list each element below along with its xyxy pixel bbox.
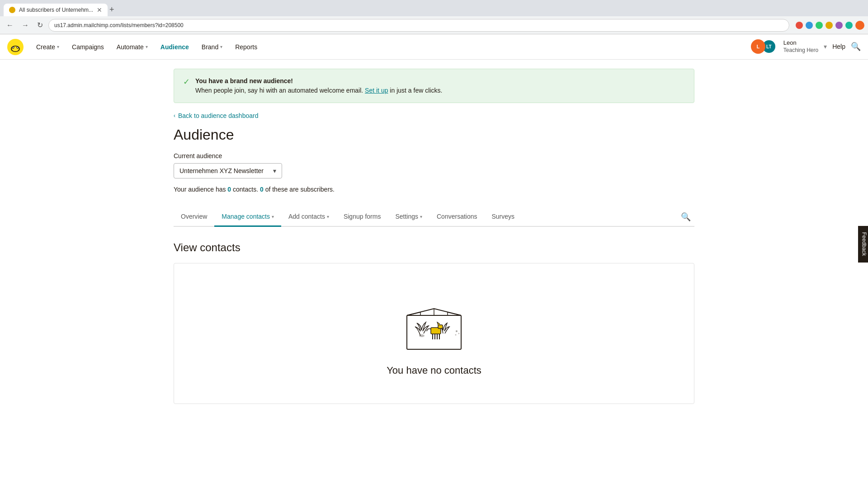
back-chevron-icon: ‹ — [174, 113, 175, 119]
new-tab-button[interactable]: + — [108, 3, 116, 16]
nav-item-campaigns[interactable]: Campaigns — [66, 40, 109, 54]
current-audience-label: Current audience — [174, 152, 694, 160]
feedback-tab[interactable]: Feedback — [859, 226, 868, 263]
create-chevron-icon: ▾ — [57, 44, 59, 49]
browser-chrome: All subscribers of Unternehm... ✕ + — [0, 0, 868, 16]
setup-link[interactable]: Set it up — [365, 87, 388, 94]
extension-icon-4 — [826, 22, 833, 29]
browser-tabs: All subscribers of Unternehm... ✕ + — [4, 0, 116, 16]
nav-item-create[interactable]: Create ▾ — [31, 40, 65, 54]
nav-item-audience[interactable]: Audience — [155, 40, 194, 54]
user-avatar-group[interactable]: L LT — [751, 39, 775, 54]
extension-icon-5 — [835, 22, 843, 29]
back-to-dashboard-link[interactable]: ‹ Back to audience dashboard — [174, 112, 694, 119]
tab-surveys[interactable]: Surveys — [485, 207, 522, 227]
svg-point-5 — [13, 47, 14, 47]
help-link[interactable]: Help — [832, 43, 845, 50]
audience-select[interactable]: Unternehmen XYZ Newsletter ▾ — [174, 163, 282, 178]
banner-body: When people join, say hi with an automat… — [195, 87, 363, 94]
extension-icon-1 — [796, 22, 803, 29]
tab-manage-contacts[interactable]: Manage contacts ▾ — [214, 207, 281, 227]
browser-tab-active[interactable]: All subscribers of Unternehm... ✕ — [4, 4, 108, 16]
empty-contacts-card: You have no contacts — [174, 263, 694, 404]
address-input[interactable] — [48, 19, 789, 32]
banner-title: You have a brand new audience! — [195, 77, 293, 84]
tab-conversations[interactable]: Conversations — [429, 207, 485, 227]
main-content: ✓ You have a brand new audience! When pe… — [163, 69, 705, 404]
audience-stats: Your audience has 0 contacts. 0 of these… — [174, 186, 694, 193]
svg-point-6 — [17, 47, 18, 47]
tab-signup-forms[interactable]: Signup forms — [336, 207, 388, 227]
empty-state-illustration — [393, 291, 475, 354]
success-check-icon: ✓ — [183, 77, 190, 87]
header-right: L LT Leon Teaching Hero ▾ Help 🔍 — [751, 39, 861, 54]
empty-contacts-title: You have no contacts — [387, 365, 481, 376]
user-name: Leon — [783, 39, 818, 47]
user-avatar-outer: L — [751, 39, 765, 54]
page-title: Audience — [174, 127, 694, 143]
svg-point-16 — [458, 333, 460, 334]
browser-toolbar-icons — [796, 21, 864, 30]
banner-text: You have a brand new audience! When peop… — [195, 76, 442, 95]
stats-end: of these are subscribers. — [265, 186, 335, 193]
audience-tab-nav: Overview Manage contacts ▾ Add contacts … — [174, 207, 694, 227]
tab-close-button[interactable]: ✕ — [97, 6, 102, 14]
automate-chevron-icon: ▾ — [146, 44, 148, 49]
brand-chevron-icon: ▾ — [220, 44, 222, 49]
user-info: Leon Teaching Hero — [783, 39, 818, 54]
audience-select-chevron-icon: ▾ — [273, 167, 276, 174]
svg-point-17 — [455, 334, 457, 336]
user-subtitle: Teaching Hero — [783, 47, 818, 54]
tab-title: All subscribers of Unternehm... — [19, 7, 93, 13]
extension-icon-2 — [806, 22, 813, 29]
app-logo[interactable] — [7, 39, 24, 55]
stats-text: Your audience has — [174, 186, 226, 193]
header-search-icon[interactable]: 🔍 — [851, 42, 861, 52]
main-nav: Create ▾ Campaigns Automate ▾ Audience B… — [31, 40, 751, 54]
profile-icon[interactable] — [855, 21, 864, 30]
nav-item-brand[interactable]: Brand ▾ — [196, 40, 228, 54]
user-dropdown-chevron-icon[interactable]: ▾ — [824, 43, 827, 50]
tab-overview[interactable]: Overview — [174, 207, 214, 227]
manage-contacts-chevron-icon: ▾ — [272, 214, 274, 219]
address-bar-row: ← → ↻ — [0, 16, 868, 34]
success-banner: ✓ You have a brand new audience! When pe… — [174, 69, 694, 103]
extension-icon-6 — [845, 22, 853, 29]
forward-navigation-button[interactable]: → — [19, 19, 32, 31]
extension-icon-3 — [816, 22, 823, 29]
nav-item-reports[interactable]: Reports — [230, 40, 263, 54]
settings-chevron-icon: ▾ — [420, 214, 422, 219]
nav-item-automate[interactable]: Automate ▾ — [111, 40, 153, 54]
tab-search-icon[interactable]: 🔍 — [677, 208, 694, 225]
tab-settings[interactable]: Settings ▾ — [388, 207, 429, 227]
svg-rect-10 — [438, 325, 443, 328]
back-link-label: Back to audience dashboard — [178, 112, 258, 119]
view-contacts-title: View contacts — [174, 241, 694, 254]
subscribers-count: 0 — [260, 186, 264, 193]
add-contacts-chevron-icon: ▾ — [327, 214, 329, 219]
tab-favicon — [9, 7, 15, 13]
audience-select-value: Unternehmen XYZ Newsletter — [179, 167, 264, 174]
svg-point-15 — [456, 330, 458, 332]
refresh-button[interactable]: ↻ — [34, 19, 46, 31]
banner-body-after: in just a few clicks. — [390, 87, 442, 94]
stats-mid: contacts. — [233, 186, 258, 193]
svg-point-8 — [419, 334, 425, 337]
app-header: Create ▾ Campaigns Automate ▾ Audience B… — [0, 34, 868, 60]
tab-add-contacts[interactable]: Add contacts ▾ — [281, 207, 336, 227]
contacts-count: 0 — [227, 186, 231, 193]
back-navigation-button[interactable]: ← — [4, 19, 16, 31]
